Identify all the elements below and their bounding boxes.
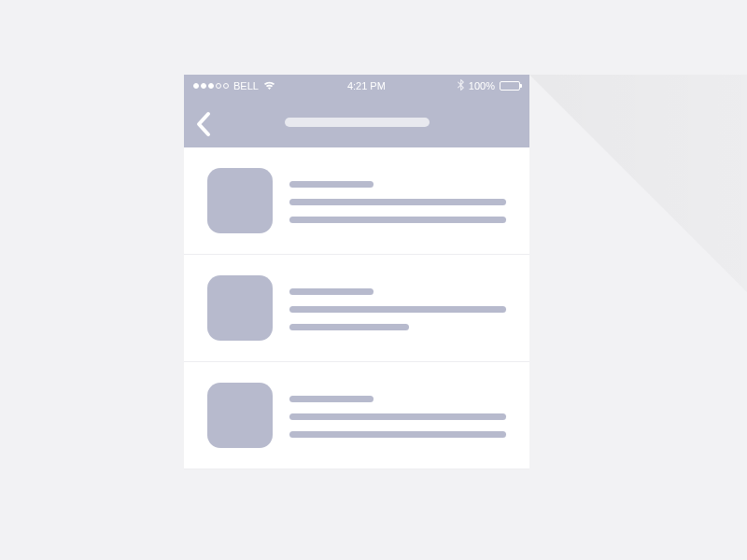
item-thumbnail <box>207 275 273 341</box>
item-text <box>289 275 506 341</box>
battery-percent: 100% <box>469 80 495 91</box>
status-right: 100% <box>458 79 520 92</box>
status-left: BELL <box>193 80 275 91</box>
item-line <box>289 199 506 205</box>
clock: 4:21 PM <box>347 80 386 91</box>
item-title <box>289 288 374 295</box>
item-line <box>289 306 506 313</box>
item-line <box>289 217 506 223</box>
item-line <box>289 324 409 330</box>
item-title <box>289 181 374 188</box>
item-text <box>289 383 506 448</box>
list-item[interactable] <box>184 255 529 362</box>
list <box>184 147 529 469</box>
list-item[interactable] <box>184 147 529 255</box>
bluetooth-icon <box>458 79 464 92</box>
item-title <box>289 396 374 402</box>
item-text <box>289 168 506 233</box>
item-thumbnail <box>207 383 273 448</box>
navigation-bar: Back <box>184 97 529 147</box>
back-button[interactable]: Back <box>195 111 218 133</box>
wifi-icon <box>263 81 275 91</box>
item-line <box>289 431 506 438</box>
item-line <box>289 413 506 420</box>
battery-icon <box>500 81 520 91</box>
phone-frame: BELL 4:21 PM 100% Back <box>184 75 529 469</box>
list-item[interactable] <box>184 362 529 469</box>
device-shadow <box>529 75 747 560</box>
page-title <box>285 118 430 127</box>
status-bar: BELL 4:21 PM 100% <box>184 75 529 97</box>
carrier-label: BELL <box>233 80 259 91</box>
item-thumbnail <box>207 168 273 233</box>
signal-strength-icon <box>193 83 229 89</box>
